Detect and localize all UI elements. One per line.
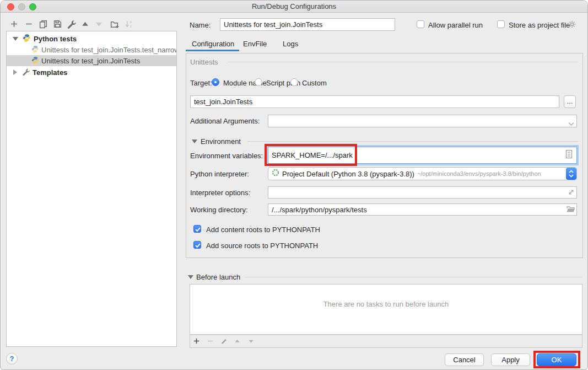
store-as-project-file-checkbox[interactable]: [497, 20, 505, 28]
allow-parallel-run-label: Allow parallel run: [428, 21, 483, 29]
group-divider: [228, 62, 578, 62]
add-task-icon[interactable]: [192, 337, 201, 347]
module-name-input[interactable]: [190, 95, 559, 108]
svg-text:a: a: [130, 20, 132, 24]
gear-icon[interactable]: [568, 20, 576, 31]
before-launch-empty-text: There are no tasks to run before launch: [323, 300, 449, 308]
python-interpreter-label: Python interpreter:: [190, 170, 249, 178]
before-launch-task-list: There are no tasks to run before launch: [190, 284, 582, 335]
save-configuration-icon[interactable]: [53, 19, 62, 29]
python-icon: [31, 45, 39, 55]
add-content-roots-label: Add content roots to PYTHONPATH: [206, 226, 320, 234]
target-custom-radio[interactable]: [290, 78, 298, 86]
wrench-icon: [22, 68, 30, 77]
environment-collapse-icon[interactable]: [192, 140, 197, 143]
name-label: Name:: [190, 21, 211, 29]
allow-parallel-run-checkbox[interactable]: [417, 20, 424, 28]
tree-item-templates[interactable]: Templates: [7, 67, 176, 78]
active-tab-indicator: [186, 50, 239, 51]
tab-envfile[interactable]: EnvFile: [243, 40, 267, 48]
tree-item-python-tests[interactable]: Python tests: [7, 33, 176, 44]
window-title: Run/Debug Configurations: [1, 1, 587, 13]
tree-item-label: Unittests for test_join.JoinTests.test_n…: [41, 46, 177, 54]
tree-item-label: Unittests for test_join.JoinTests: [41, 57, 140, 65]
tree-item-label: Python tests: [34, 35, 77, 43]
add-configuration-icon[interactable]: [9, 19, 19, 29]
interpreter-options-label: Interpreter options:: [190, 189, 250, 197]
target-label: Target:: [190, 79, 212, 87]
chevron-down-icon[interactable]: [568, 119, 574, 128]
python-interpreter-value: Project Default (Python 3.8 (pyspark-3.8…: [282, 170, 414, 178]
additional-arguments-label: Additional Arguments:: [190, 117, 260, 125]
create-folder-icon[interactable]: [110, 19, 119, 29]
cancel-button[interactable]: Cancel: [445, 353, 484, 366]
expand-field-icon[interactable]: [567, 188, 575, 199]
move-down-icon[interactable]: [94, 19, 104, 29]
tree-item-jointests-selected[interactable]: Unittests for test_join.JoinTests: [7, 55, 176, 66]
before-launch-collapse-icon[interactable]: [188, 275, 193, 279]
working-directory-input[interactable]: [268, 203, 577, 216]
additional-arguments-input[interactable]: [268, 115, 577, 127]
interpreter-options-input[interactable]: [268, 186, 577, 199]
environment-variables-label: Environment variables:: [190, 152, 263, 160]
run-debug-configurations-dialog: Run/Debug Configurations az Python tests: [0, 0, 588, 370]
tab-logs[interactable]: Logs: [283, 40, 298, 48]
copy-configuration-icon[interactable]: [39, 19, 48, 29]
chevron-right-icon[interactable]: [13, 69, 17, 75]
edit-task-icon[interactable]: [220, 337, 228, 347]
edit-templates-icon[interactable]: [67, 19, 76, 29]
python-icon: [23, 34, 31, 44]
help-button[interactable]: ?: [6, 353, 18, 364]
environment-header: Environment: [201, 137, 241, 146]
remove-configuration-icon[interactable]: [24, 19, 34, 29]
target-module-name-radio[interactable]: [212, 78, 219, 86]
environment-variables-input[interactable]: [268, 151, 565, 159]
working-directory-label: Working directory:: [190, 206, 248, 214]
conda-env-icon: [272, 169, 279, 179]
ok-button[interactable]: OK: [537, 353, 576, 366]
configurations-tree: Python tests Unittests for test_join.Joi…: [6, 31, 177, 347]
add-content-roots-checkbox[interactable]: [193, 225, 201, 233]
environment-variables-field[interactable]: [268, 147, 577, 164]
tab-configuration[interactable]: Configuration: [192, 40, 234, 48]
tree-item-test-narrow[interactable]: Unittests for test_join.JoinTests.test_n…: [7, 44, 176, 55]
store-as-project-file-label: Store as project file: [509, 21, 570, 29]
tree-item-label: Templates: [33, 68, 67, 77]
browse-module-button[interactable]: ...: [564, 95, 576, 108]
folder-icon[interactable]: [566, 205, 575, 216]
python-interpreter-dropdown[interactable]: Project Default (Python 3.8 (pyspark-3.8…: [268, 167, 577, 180]
move-task-down-icon[interactable]: [247, 337, 255, 347]
apply-button[interactable]: Apply: [491, 353, 530, 366]
sort-configurations-icon[interactable]: az: [125, 19, 134, 29]
python-icon: [31, 56, 39, 66]
python-interpreter-path: ~/opt/miniconda3/envs/pyspark-3.8/bin/py…: [417, 170, 541, 177]
target-script-path-radio[interactable]: [255, 78, 262, 86]
svg-text:z: z: [130, 24, 132, 28]
add-source-roots-label: Add source roots to PYTHONPATH: [206, 242, 318, 250]
chevron-down-icon[interactable]: [13, 37, 18, 41]
name-input[interactable]: [220, 18, 395, 31]
add-source-roots-checkbox[interactable]: [193, 241, 201, 249]
move-up-icon[interactable]: [80, 19, 90, 29]
env-variables-list-icon[interactable]: [565, 149, 573, 161]
remove-task-icon[interactable]: [206, 337, 214, 347]
before-launch-divider: [244, 277, 582, 277]
environment-divider: [247, 141, 578, 142]
titlebar: Run/Debug Configurations: [1, 1, 587, 13]
unittests-group-title: Unittests: [190, 58, 218, 66]
move-task-up-icon[interactable]: [233, 337, 241, 347]
dropdown-spinner-icon[interactable]: [566, 168, 576, 180]
before-launch-header: Before launch: [196, 273, 240, 281]
target-custom-label: Custom: [302, 79, 327, 87]
